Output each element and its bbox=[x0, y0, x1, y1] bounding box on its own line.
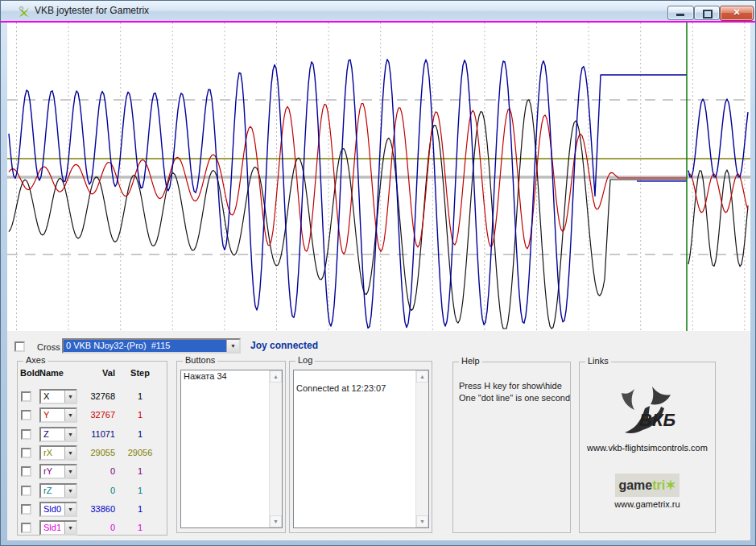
axis-name-select[interactable]: Sld1▼ bbox=[39, 520, 77, 536]
minimize-button[interactable] bbox=[667, 6, 694, 20]
chevron-down-icon[interactable]: ▼ bbox=[64, 447, 76, 459]
axis-bold-checkbox[interactable] bbox=[21, 523, 31, 533]
status-text: Joy connected bbox=[250, 340, 318, 351]
axis-bold-checkbox[interactable] bbox=[21, 486, 31, 496]
vkb-url-link[interactable]: www.vkb-flightsimcontrols.com bbox=[580, 443, 715, 453]
button-event-item[interactable]: Нажата 34 bbox=[181, 370, 282, 383]
gametrix-star-icon: ✶ bbox=[665, 478, 675, 492]
trace-X bbox=[9, 100, 748, 329]
axis-bold-checkbox[interactable] bbox=[21, 448, 31, 458]
help-group-label: Help bbox=[459, 356, 482, 366]
axes-row: rY▼01 bbox=[18, 464, 167, 480]
gametrix-logo[interactable]: gametri✶ bbox=[615, 474, 680, 497]
app-icon bbox=[18, 6, 31, 19]
axes-group: Axes Bold Name Val Step X▼327681Y▼327671… bbox=[17, 361, 167, 536]
axis-value: 0 bbox=[81, 466, 115, 476]
axis-bold-checkbox[interactable] bbox=[21, 504, 31, 515]
device-select[interactable]: 0 VKB NJoy32-(Pro) #115 ▼ bbox=[62, 338, 241, 354]
axis-step: 1 bbox=[121, 523, 159, 532]
axis-bold-checkbox[interactable] bbox=[21, 410, 31, 420]
chevron-down-icon[interactable]: ▼ bbox=[64, 522, 76, 534]
oscilloscope-graph bbox=[7, 23, 750, 331]
vkb-logo[interactable]: ВКБ bbox=[610, 387, 691, 440]
axis-value: 0 bbox=[81, 523, 115, 532]
axis-step: 1 bbox=[121, 504, 159, 514]
header-name: Name bbox=[39, 368, 64, 378]
buttons-items: Нажата 34 bbox=[181, 370, 282, 383]
axis-name-select[interactable]: rX▼ bbox=[39, 445, 77, 461]
buttons-list[interactable]: Нажата 34 ▲ ▼ bbox=[180, 370, 283, 528]
axes-row: rZ▼01 bbox=[18, 483, 167, 499]
axes-row: rX▼2905529056 bbox=[18, 445, 167, 461]
axis-step: 1 bbox=[121, 486, 159, 495]
maximize-button[interactable] bbox=[694, 6, 720, 20]
axis-name-select[interactable]: rZ▼ bbox=[39, 483, 77, 498]
axis-name-select[interactable]: X▼ bbox=[39, 389, 77, 404]
control-panel: Cross 0 VKB NJoy32-(Pro) #115 ▼ Joy conn… bbox=[7, 331, 750, 540]
axis-step: 1 bbox=[121, 466, 159, 476]
log-item[interactable] bbox=[294, 370, 428, 383]
gametrix-url-link[interactable]: www.gametrix.ru bbox=[580, 499, 715, 509]
scroll-down-icon[interactable]: ▼ bbox=[416, 515, 428, 527]
buttons-scrollbar[interactable]: ▲ ▼ bbox=[269, 370, 282, 527]
axis-value: 0 bbox=[81, 486, 115, 495]
log-group: Log Connected at 12:23:07 ▲ ▼ bbox=[289, 361, 432, 533]
axes-row: Sld1▼01 bbox=[18, 520, 167, 536]
log-item[interactable]: Connected at 12:23:07 bbox=[294, 383, 428, 395]
scroll-up-icon[interactable]: ▲ bbox=[270, 370, 282, 383]
title-bar[interactable]: VKB joytester for Gametrix ✕ bbox=[1, 1, 756, 21]
close-button[interactable]: ✕ bbox=[720, 6, 754, 21]
axis-name-select[interactable]: Z▼ bbox=[39, 427, 77, 442]
scroll-up-icon[interactable]: ▲ bbox=[416, 370, 428, 383]
links-group-label: Links bbox=[585, 356, 611, 366]
axes-row: Sld0▼338601 bbox=[18, 502, 167, 518]
chevron-down-icon[interactable]: ▼ bbox=[64, 409, 76, 421]
axis-name-select[interactable]: Sld0▼ bbox=[39, 502, 77, 517]
axes-row: Y▼327671 bbox=[18, 407, 167, 424]
chevron-down-icon[interactable]: ▼ bbox=[226, 340, 239, 352]
cross-checkbox[interactable] bbox=[14, 341, 25, 352]
help-group: Help Press H key for show\hideOne "dot l… bbox=[452, 362, 571, 533]
axis-name: rY bbox=[43, 466, 52, 476]
scroll-down-icon[interactable]: ▼ bbox=[270, 515, 282, 527]
links-group: Links ВКБ www.vkb-flightsimcontrols.com … bbox=[579, 362, 716, 533]
axis-step: 1 bbox=[121, 429, 159, 439]
chevron-down-icon[interactable]: ▼ bbox=[64, 503, 76, 515]
graph-canvas bbox=[7, 23, 750, 331]
chevron-down-icon[interactable]: ▼ bbox=[64, 391, 76, 403]
axis-bold-checkbox[interactable] bbox=[21, 429, 31, 440]
axis-value: 32768 bbox=[81, 391, 115, 401]
axis-name: Y bbox=[43, 410, 49, 420]
buttons-group: Buttons Нажата 34 ▲ ▼ bbox=[176, 361, 286, 533]
gametrix-logo-part1: game bbox=[618, 478, 652, 492]
axis-name: Sld0 bbox=[43, 504, 61, 514]
axis-name-select[interactable]: rY▼ bbox=[39, 464, 77, 479]
chevron-down-icon[interactable]: ▼ bbox=[64, 428, 76, 441]
axis-value: 29055 bbox=[81, 448, 115, 457]
axis-name: rZ bbox=[43, 486, 52, 495]
close-icon: ✕ bbox=[721, 7, 753, 18]
log-list[interactable]: Connected at 12:23:07 ▲ ▼ bbox=[293, 370, 429, 528]
axis-step: 1 bbox=[121, 410, 159, 420]
axis-name-select[interactable]: Y▼ bbox=[39, 407, 77, 423]
device-select-value: 0 VKB NJoy32-(Pro) #115 bbox=[66, 341, 170, 350]
axis-bold-checkbox[interactable] bbox=[21, 466, 31, 477]
log-items: Connected at 12:23:07 bbox=[294, 370, 428, 395]
header-step: Step bbox=[121, 368, 159, 378]
axis-bold-checkbox[interactable] bbox=[21, 391, 31, 402]
axis-value: 11071 bbox=[81, 429, 115, 439]
gametrix-logo-part2: tri bbox=[652, 478, 665, 492]
window-title: VKB joytester for Gametrix bbox=[35, 5, 149, 16]
axis-step: 29056 bbox=[121, 448, 159, 457]
axis-name: Sld1 bbox=[43, 523, 61, 532]
minimize-icon bbox=[676, 14, 684, 16]
header-bold: Bold bbox=[20, 368, 39, 378]
log-scrollbar[interactable]: ▲ ▼ bbox=[415, 370, 428, 527]
chevron-down-icon[interactable]: ▼ bbox=[64, 485, 76, 497]
header-val: Val bbox=[81, 368, 115, 378]
axis-name: Z bbox=[43, 429, 49, 439]
help-line: One "dot line" is one second bbox=[459, 392, 572, 404]
chevron-down-icon[interactable]: ▼ bbox=[64, 465, 76, 478]
help-line: Press H key for show\hide bbox=[459, 380, 572, 392]
axis-name: rX bbox=[43, 448, 52, 457]
